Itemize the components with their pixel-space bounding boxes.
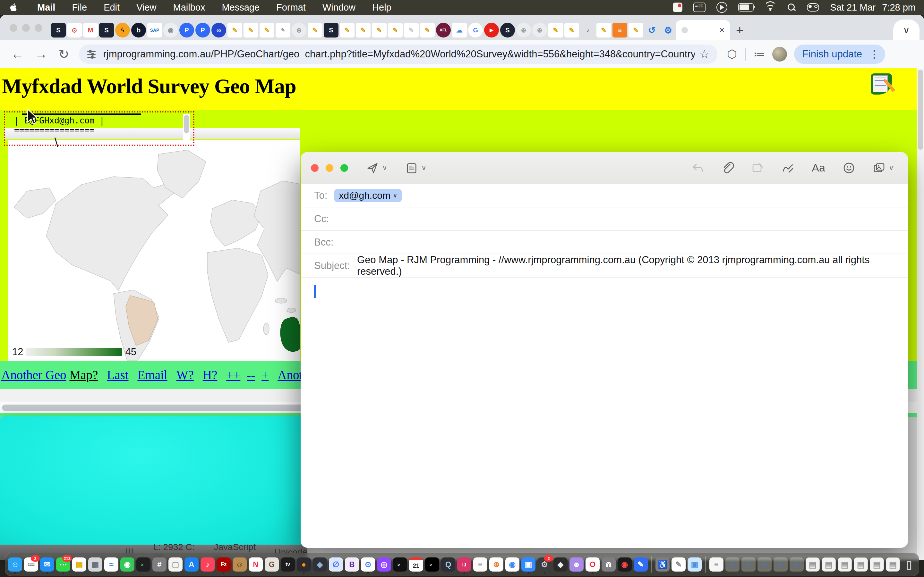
dock-app-icon[interactable]: ▤ [886, 558, 900, 572]
apple-tv[interactable]: tv [280, 557, 295, 572]
pinned-tab[interactable]: AFL [436, 23, 451, 37]
pinned-tab[interactable]: ⚙ [661, 23, 675, 37]
dock-app-icon[interactable]: >_ [136, 558, 150, 572]
dock-app-icon[interactable]: ☺ [233, 558, 247, 572]
fonts-icon[interactable]: Aa [812, 161, 825, 174]
dock-app-icon[interactable]: ▦ [88, 558, 102, 572]
pinned-tab[interactable]: ⊙ [67, 23, 82, 37]
pinned-tab[interactable]: ↺ [645, 23, 659, 37]
pinned-tab[interactable]: ∞ [212, 23, 226, 37]
dock-app-icon[interactable]: tv [281, 558, 295, 572]
dock-app-icon[interactable]: ● [725, 558, 740, 572]
extensions-icon[interactable]: ⬡ [727, 47, 737, 61]
tab-search-chevron[interactable]: ∨ [893, 19, 919, 40]
pinned-tab[interactable]: S [500, 23, 515, 37]
dock-app-icon[interactable]: Fz [216, 558, 231, 572]
pinned-tab[interactable]: ♪ [580, 23, 595, 37]
gauge-app[interactable]: ◉ [617, 557, 632, 572]
pinned-tab[interactable]: b [131, 23, 146, 37]
notes[interactable]: ▤ [72, 557, 87, 572]
blocked-app[interactable]: ∅ [328, 557, 343, 572]
pinned-tab[interactable]: ϟ [115, 23, 130, 37]
close-tab-icon[interactable]: × [719, 25, 724, 35]
minimized-safari[interactable]: ● [741, 557, 756, 572]
minimize-window-button[interactable] [22, 24, 30, 32]
editor-document-area[interactable] [0, 416, 307, 545]
pinned-tab[interactable]: SAP [147, 23, 162, 37]
minimized-window[interactable]: ▤ [821, 557, 836, 572]
dock-app-icon[interactable]: ◆ [313, 558, 327, 572]
dock-app-icon[interactable]: ♪ [200, 558, 215, 572]
mail[interactable]: ✉ [40, 557, 55, 572]
cc-field[interactable]: Cc: [300, 207, 908, 231]
dock-app-icon[interactable]: 21 [409, 558, 423, 572]
zoom[interactable]: ▣ [521, 557, 536, 572]
minimized-window[interactable]: ▤ [885, 557, 900, 572]
trash[interactable]: ▯ [901, 557, 916, 572]
reload-button[interactable]: ↻ [58, 47, 69, 61]
menu-item[interactable]: Help [364, 2, 400, 13]
pinned-tab[interactable]: ✎ [628, 23, 643, 37]
dock-app-icon[interactable]: ▯ [902, 558, 916, 572]
subject-value[interactable]: Geo Map - RJM Programming - //www.rjmpro… [357, 254, 908, 277]
finish-update-button[interactable]: Finish update ⋮ [794, 45, 885, 64]
pinned-tab[interactable]: ✎ [596, 23, 611, 37]
music[interactable]: ♪ [200, 557, 215, 572]
intellij[interactable]: IJ [457, 557, 472, 572]
finder[interactable]: ☺ [8, 557, 23, 572]
pinned-tab[interactable]: ✎ [564, 23, 579, 37]
minimized-safari[interactable]: ● [789, 557, 804, 572]
dock-app-icon[interactable]: ✎ [634, 558, 648, 572]
vertical-scrollbar-thumb[interactable] [918, 69, 923, 150]
active-tab[interactable]: × [676, 20, 730, 40]
bookmark-star-icon[interactable]: ☆ [699, 47, 709, 61]
header-fields-chevron-icon[interactable]: ∨ [421, 164, 426, 172]
page-link[interactable]: H? [203, 367, 217, 382]
dock-app-icon[interactable]: ▣ [688, 558, 702, 572]
photo-browser-icon[interactable] [873, 161, 885, 174]
dock-app-icon[interactable]: ◉ [120, 558, 134, 572]
site-settings-icon[interactable] [87, 49, 96, 59]
minimized-safari[interactable]: ● [757, 557, 772, 572]
signature-icon[interactable] [782, 161, 795, 174]
dock-app-icon[interactable]: ▤ [854, 558, 868, 572]
subject-field[interactable]: Subject: Geo Map - RJM Programming - //w… [300, 254, 908, 277]
page-link[interactable]: Email [137, 367, 168, 382]
dock-app-icon[interactable]: ◎ [377, 558, 391, 572]
dock-app-icon[interactable]: ● [741, 558, 756, 572]
dock-app-icon[interactable]: ☺ [8, 558, 22, 572]
dock-app-icon[interactable]: ▤ [822, 558, 836, 572]
menu-item[interactable]: Message [213, 2, 268, 13]
dock-app-icon[interactable]: ● [297, 558, 311, 572]
message-body[interactable] [300, 277, 908, 547]
calculator[interactable]: # [152, 557, 167, 572]
minimized-safari[interactable]: ● [725, 557, 740, 572]
menubar-clock[interactable]: Sat 21 Mar 7:28 pm [830, 2, 916, 13]
pinned-tab[interactable]: ✎ [244, 23, 258, 37]
messages[interactable]: ⋯ 213 [56, 557, 71, 572]
dock-app-icon[interactable]: ♿ [656, 558, 670, 572]
send-icon[interactable] [366, 161, 379, 174]
page-link[interactable]: -- [247, 367, 255, 382]
zoom-window-button[interactable] [35, 24, 42, 32]
dock-app-icon[interactable]: >_ [393, 558, 407, 572]
firefox[interactable]: ● [296, 557, 311, 572]
to-field[interactable]: To: xd@gh.com ∨ [300, 184, 908, 207]
url-text[interactable]: rjmprogramming.com.au/PHP/GeoChart/geo_c… [103, 48, 695, 60]
art-app[interactable]: ⊛ [489, 557, 504, 572]
mail-window-controls[interactable] [311, 164, 348, 172]
token-chevron-icon[interactable]: ∨ [393, 192, 397, 199]
pinned-tab[interactable]: ☁ [452, 23, 467, 37]
menu-item[interactable]: Format [268, 2, 314, 13]
address-bar[interactable]: rjmprogramming.com.au/PHP/GeoChart/geo_c… [79, 45, 717, 64]
dock-app-icon[interactable]: ◉ [505, 558, 519, 572]
pinned-tab[interactable]: ✎ [548, 23, 563, 37]
menu-item[interactable]: Mailbox [165, 2, 213, 13]
pinned-tab[interactable]: ✎ [340, 23, 355, 37]
photos-folder[interactable]: ▣ [687, 557, 702, 572]
chrome[interactable]: ◉ [505, 557, 520, 572]
dock-app-icon[interactable]: ▣ [521, 558, 535, 572]
dock-app-icon[interactable]: Q [441, 558, 455, 572]
contacts[interactable]: ☺ [232, 557, 247, 572]
dock-app-icon[interactable]: ✉ [40, 558, 54, 572]
